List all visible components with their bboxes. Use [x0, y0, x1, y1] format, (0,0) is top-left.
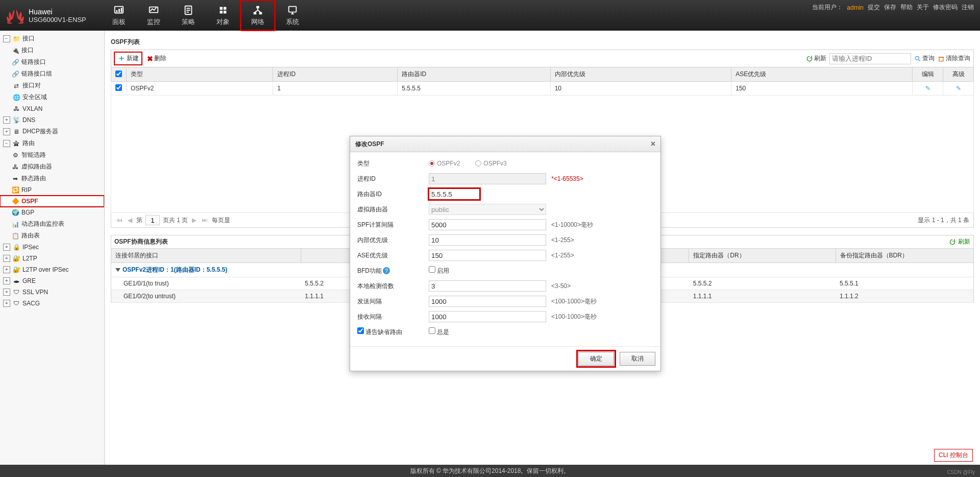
- query-button[interactable]: 查询: [914, 54, 935, 63]
- clear-query-button[interactable]: 清除查询: [938, 54, 970, 63]
- first-page-icon[interactable]: ⏮: [115, 217, 124, 224]
- detect-multiplier-field[interactable]: [429, 280, 546, 292]
- radio-ospfv2[interactable]: OSPFv2: [429, 160, 460, 167]
- ospf-icon: 🔶: [11, 197, 19, 205]
- nav-network[interactable]: 网络: [240, 0, 275, 31]
- link-submit[interactable]: 提交: [868, 3, 880, 12]
- sidebar-item-sslvpn[interactable]: +🛡SSL VPN: [0, 287, 104, 298]
- expand-icon[interactable]: +: [3, 277, 10, 284]
- sidebar-item-dhcp[interactable]: +🖥DHCP服务器: [0, 126, 104, 137]
- sidebar-item-ospf[interactable]: 🔶OSPF: [0, 196, 104, 207]
- select-all-checkbox[interactable]: [115, 70, 122, 77]
- spf-interval-field[interactable]: [429, 219, 546, 230]
- col-dr[interactable]: 指定路由器（DR）: [689, 249, 836, 263]
- cli-console-button[interactable]: CLI 控制台: [934, 449, 973, 462]
- nav-policy[interactable]: 策略: [171, 0, 206, 31]
- close-icon[interactable]: ×: [651, 139, 655, 149]
- sidebar-item-l2tp[interactable]: +🔐L2TP: [0, 253, 104, 264]
- neighbor-title: OSPF协商信息列表: [114, 237, 168, 246]
- nav-system[interactable]: 系统: [275, 0, 310, 31]
- search-input[interactable]: [829, 53, 911, 64]
- link-logout[interactable]: 注销: [962, 3, 974, 12]
- bfd-enable-checkbox[interactable]: 启用: [429, 266, 449, 275]
- cancel-button[interactable]: 取消: [620, 352, 655, 366]
- smart-route-icon: ⚙: [11, 151, 19, 159]
- nav-dashboard[interactable]: 面板: [102, 0, 136, 31]
- col-interface[interactable]: 连接邻居的接口: [111, 249, 301, 263]
- sidebar-item-sacg[interactable]: +🛡SACG: [0, 298, 104, 309]
- expand-icon[interactable]: +: [3, 255, 10, 262]
- sidebar-item-link-interface[interactable]: 🔗链路接口: [0, 56, 104, 68]
- expand-icon[interactable]: +: [3, 266, 10, 273]
- radio-ospfv3[interactable]: OSPFv3: [475, 160, 506, 167]
- sidebar-item-l2tp-ipsec[interactable]: +🔐L2TP over IPSec: [0, 264, 104, 275]
- col-ase[interactable]: ASE优先级: [731, 67, 913, 82]
- prev-page-icon[interactable]: ◀: [127, 217, 133, 224]
- row-checkbox[interactable]: [115, 84, 122, 91]
- delete-button[interactable]: ✖删除: [147, 54, 166, 63]
- neighbor-refresh-button[interactable]: 刷新: [949, 237, 970, 246]
- col-type[interactable]: 类型: [127, 67, 273, 82]
- rx-interval-field[interactable]: [429, 311, 546, 322]
- refresh-button[interactable]: 刷新: [806, 54, 826, 63]
- nav-monitor[interactable]: 监控: [136, 0, 171, 31]
- link-help[interactable]: 帮助: [900, 3, 913, 12]
- sidebar-item-ipsec[interactable]: +🔒IPSec: [0, 242, 104, 253]
- internal-priority-field[interactable]: [429, 234, 546, 246]
- col-pri[interactable]: 内部优先级: [550, 67, 731, 82]
- vrouter-icon: 🖧: [11, 163, 19, 171]
- expand-icon[interactable]: +: [3, 289, 10, 296]
- sidebar-item-interface[interactable]: 🔌接口: [0, 44, 104, 56]
- sidebar-item-smart-route[interactable]: ⚙智能选路: [0, 149, 104, 161]
- sidebar-item-static-route[interactable]: ➡静态路由: [0, 173, 104, 184]
- sidebar-item-security-zone[interactable]: 🌐安全区域: [0, 91, 104, 103]
- expand-icon[interactable]: +: [3, 116, 10, 124]
- sidebar-item-dyn-route-monitor[interactable]: 📊动态路由监控表: [0, 218, 104, 230]
- sidebar-item-gre[interactable]: +🕳GRE: [0, 275, 104, 287]
- sidebar-item-route-table[interactable]: 📋路由表: [0, 230, 104, 242]
- router-id-field[interactable]: [429, 188, 480, 200]
- sidebar-item-interface-pair[interactable]: ⇄接口对: [0, 80, 104, 91]
- dialog-title-bar[interactable]: 修改OSPF ×: [350, 136, 660, 152]
- sidebar-item-rip[interactable]: 🔁RIP: [0, 184, 104, 196]
- col-bdr[interactable]: 备份指定路由器（BDR）: [836, 249, 973, 263]
- advanced-icon[interactable]: ✎: [956, 85, 961, 92]
- expand-icon[interactable]: +: [3, 244, 10, 251]
- dns-icon: 📡: [12, 116, 20, 124]
- sidebar-item-dns[interactable]: +📡DNS: [0, 114, 104, 126]
- sidebar-item-link-interface-group[interactable]: 🔗链路接口组: [0, 68, 104, 80]
- collapse-icon[interactable]: −: [3, 140, 10, 147]
- expand-icon[interactable]: +: [3, 300, 10, 307]
- sidebar-item-interface-group[interactable]: −📁接口: [0, 33, 104, 44]
- ase-priority-field[interactable]: [429, 250, 546, 261]
- edit-icon[interactable]: ✎: [925, 85, 930, 92]
- sidebar-item-bgp[interactable]: 🌍BGP: [0, 207, 104, 218]
- expand-icon[interactable]: +: [3, 128, 10, 135]
- nav-object[interactable]: 对象: [206, 0, 240, 31]
- link-change-password[interactable]: 修改密码: [933, 3, 958, 12]
- next-page-icon[interactable]: ▶: [191, 217, 198, 224]
- ok-button[interactable]: 确定: [578, 352, 614, 366]
- help-icon[interactable]: ?: [383, 267, 390, 274]
- col-check[interactable]: [111, 67, 127, 82]
- link-save[interactable]: 保存: [884, 3, 896, 12]
- sidebar-item-vxlan[interactable]: 🖧VXLAN: [0, 103, 104, 114]
- cell-pid: 1: [273, 82, 398, 96]
- sidebar-item-routing[interactable]: −🛣路由: [0, 137, 104, 149]
- cell-routerid: 5.5.5.5: [398, 82, 550, 96]
- page-input[interactable]: [145, 215, 160, 225]
- vrouter-select: public: [429, 204, 546, 215]
- table-row[interactable]: OSPFv2 1 5.5.5.5 10 150 ✎ ✎: [111, 82, 974, 96]
- col-routerid[interactable]: 路由器ID: [398, 67, 550, 82]
- last-page-icon[interactable]: ⏭: [201, 217, 209, 224]
- link-about[interactable]: 关于: [917, 3, 929, 12]
- col-pid[interactable]: 进程ID: [273, 67, 398, 82]
- sidebar-item-virtual-router[interactable]: 🖧虚拟路由器: [0, 161, 104, 173]
- always-checkbox[interactable]: 总是: [429, 327, 449, 337]
- nav-label: 监控: [147, 17, 160, 27]
- tx-interval-field[interactable]: [429, 296, 546, 307]
- collapse-icon[interactable]: −: [3, 35, 10, 42]
- advertise-default-checkbox[interactable]: [357, 327, 364, 334]
- link-group-icon: 🔗: [11, 70, 19, 78]
- new-button[interactable]: ＋新建: [114, 52, 142, 65]
